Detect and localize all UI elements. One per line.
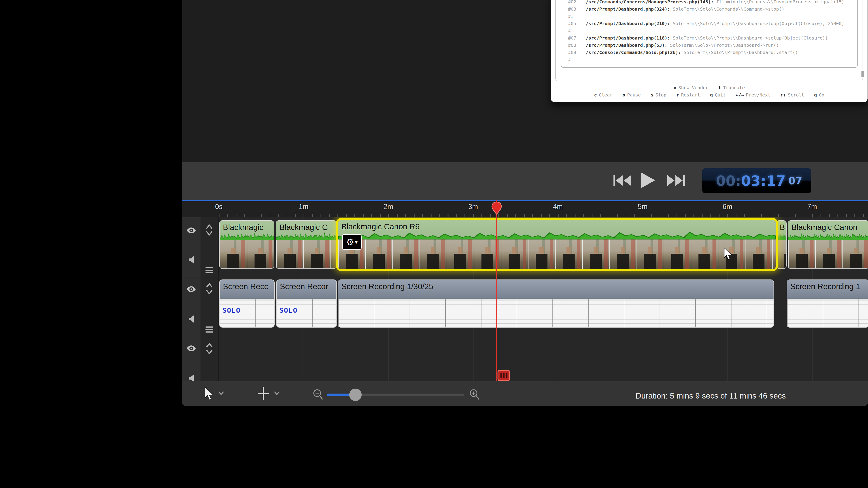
pointer-tool-dropdown[interactable] <box>218 391 224 396</box>
ruler-ticks <box>219 214 868 217</box>
duration-readout: Duration: 5 mins 9 secs of 11 mins 46 se… <box>631 391 790 400</box>
track3-reorder-buttons[interactable] <box>206 342 213 356</box>
screen-clip[interactable]: Screen Recc SOLO <box>219 280 275 328</box>
skip-forward-button[interactable] <box>666 175 685 187</box>
pointer-tool-button[interactable] <box>204 386 214 401</box>
video-clip[interactable]: Blackmagic <box>219 220 274 269</box>
audio-waveform <box>776 230 786 240</box>
track1-reorder-buttons[interactable] <box>206 224 213 237</box>
stack-line: #02/src/Commands/Concerns/ManagesProcess… <box>568 0 860 6</box>
eye-icon <box>186 345 196 352</box>
track-rail-reorder-column <box>200 217 219 381</box>
timeline-ruler[interactable]: 0s 1m 2m 3m 4m 5m 6m 7m <box>182 201 868 217</box>
ruler-label: 6m <box>717 203 738 211</box>
timeline-tracks: Blackmagic Blackmagic C Blackmagic Canon… <box>182 217 868 381</box>
audio-waveform <box>220 230 274 240</box>
ruler-label: 7m <box>802 203 822 211</box>
track-rail-visibility-column <box>182 217 200 381</box>
track1-mute-toggle[interactable] <box>187 256 195 265</box>
screen-clip[interactable]: Screen Recor SOLO <box>276 280 337 328</box>
skip-back-icon <box>613 175 632 186</box>
chevron-up-down-icon <box>206 224 213 236</box>
timeline-toolbar: Duration: 5 mins 9 secs of 11 mins 46 se… <box>182 381 868 406</box>
gear-icon: ⚙ <box>346 237 354 247</box>
ruler-label: 1m <box>293 203 314 211</box>
timecode-hours: 00: <box>716 173 741 189</box>
stack-line: #08/src/Prompt/Dashboard.php(53):SoloTer… <box>568 42 860 50</box>
screen-clip[interactable]: Screen Recording 1 <box>786 280 868 328</box>
stack-line: #03/src/Prompt/Dashboard.php(324):SoloTe… <box>568 6 860 13</box>
stack-line: #09/src/Console/Commands/Solo.php(26):So… <box>568 50 860 57</box>
screen-thumbnails: SOLO <box>220 299 274 327</box>
shortcut-show-vendor: vShow Vendor <box>674 85 708 90</box>
clip-settings-button[interactable]: ⚙▾ <box>342 234 362 250</box>
drag-handle-icon <box>206 267 213 273</box>
solo-ascii-text: SOLO <box>222 306 241 314</box>
track-separator <box>182 337 218 337</box>
add-clip-dropdown[interactable] <box>274 391 280 396</box>
clip-label: Screen Recor <box>280 282 328 291</box>
track2-mute-toggle[interactable] <box>187 315 195 324</box>
track1-drag-handle[interactable] <box>206 267 213 274</box>
mouse-cursor <box>723 248 733 261</box>
solo-ascii-text: SOLO <box>279 306 298 314</box>
playhead-bottom-grip[interactable] <box>498 370 510 381</box>
stack-line: #07/src/Prompt/Dashboard.php(118):SoloTe… <box>568 35 860 42</box>
stack-line: #… <box>568 28 860 35</box>
screen-thumbnails: SOLO <box>277 299 336 327</box>
shortcut-scroll: ↑↓Scroll <box>780 92 804 98</box>
cursor-arrow-icon <box>204 386 214 400</box>
clip-label: Screen Recc <box>223 282 268 291</box>
shortcut-prev-next: ←/→Prev/Next <box>736 92 771 98</box>
shortcut-restart: rRestart <box>676 92 700 98</box>
timecode-display[interactable]: 00:03:1707 <box>702 168 811 193</box>
track2-drag-handle[interactable] <box>206 326 213 333</box>
zoom-out-button[interactable] <box>313 389 323 401</box>
track2-reorder-buttons[interactable] <box>206 283 213 296</box>
chevron-up-down-icon <box>206 342 213 355</box>
preview-canvas: #02/src/Commands/Concerns/ManagesProcess… <box>182 0 868 162</box>
ruler-label: 0s <box>209 203 229 211</box>
terminal-shortcuts-row-2: cClear pPause sStop rRestart qQuit ←/→Pr… <box>551 92 868 98</box>
timecode-frames: 07 <box>788 175 802 187</box>
video-clip[interactable]: Blackmagic Canon <box>788 220 868 269</box>
clip-label: Screen Recording 1/30/25 <box>341 282 433 291</box>
track1-visibility-toggle[interactable] <box>186 227 196 234</box>
chevron-down-icon <box>218 391 224 395</box>
video-thumbnails <box>788 240 868 268</box>
zoom-slider-thumb[interactable] <box>349 389 362 401</box>
play-button[interactable] <box>640 172 656 190</box>
playhead-line[interactable] <box>496 200 497 381</box>
video-clip[interactable]: Blackmagic C <box>276 220 337 269</box>
caret-down-icon: ▾ <box>355 238 358 246</box>
screen-thumbnails <box>338 299 774 327</box>
add-clip-button[interactable] <box>258 387 269 401</box>
playhead-handle[interactable] <box>491 201 502 216</box>
track2-visibility-toggle[interactable] <box>186 286 196 293</box>
drag-handle-icon <box>206 326 213 332</box>
screen-clip[interactable]: Screen Recording 1/30/25 <box>338 280 774 328</box>
eye-icon <box>186 227 196 234</box>
track3-visibility-toggle[interactable] <box>186 345 196 352</box>
speaker-icon <box>187 315 195 323</box>
video-thumbnails <box>776 240 786 268</box>
skip-back-button[interactable] <box>613 175 632 187</box>
audio-waveform <box>338 230 776 239</box>
playhead-pin-icon <box>491 201 502 215</box>
chevron-down-icon <box>274 391 280 395</box>
ruler-label: 5m <box>632 203 653 211</box>
track3-mute-toggle[interactable] <box>187 375 195 381</box>
shortcut-clear: cClear <box>594 92 612 98</box>
stack-line: #… <box>568 57 860 64</box>
terminal-scrollbar-thumb <box>862 71 864 77</box>
cursor-arrow-icon <box>723 248 733 260</box>
zoom-in-button[interactable] <box>469 389 480 401</box>
timeline-zoom-slider[interactable] <box>327 394 464 396</box>
stack-line: #… <box>568 13 860 21</box>
shortcut-go: gGo <box>814 92 825 98</box>
chevron-up-down-icon <box>206 283 213 295</box>
video-clip-selected[interactable]: Blackmagic Canon R6 ⚙▾ <box>336 218 778 271</box>
transport-bar: 00:03:1707 <box>182 162 868 200</box>
stack-trace: #02/src/Commands/Concerns/ManagesProcess… <box>568 0 860 64</box>
audio-waveform <box>788 230 868 240</box>
